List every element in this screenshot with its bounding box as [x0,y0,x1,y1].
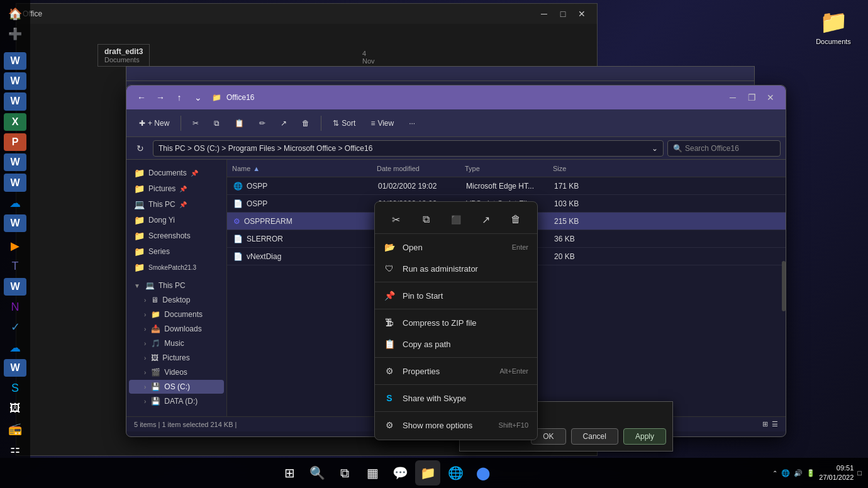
ctx-skype-item[interactable]: S Share with Skype [375,387,537,409]
ctx-cut-btn[interactable]: ✂ [386,209,406,230]
sidebar-icon-apps[interactable]: ⚏ [4,440,26,458]
desktop-icon-documents[interactable]: 📁 Documents [811,6,855,48]
ctx-copy-btn[interactable]: ⧉ [416,209,436,230]
ctx-copypath-item[interactable]: 📋 Copy as path [375,333,537,355]
file-row-ospp1[interactable]: 🌐 OSPP 01/02/2002 19:02 Microsoft Edge H… [227,177,786,195]
taskbar-explorer-btn[interactable]: 📁 [415,460,440,485]
taskbar-start-btn[interactable]: ⊞ [277,460,302,485]
nav-item-dongyi[interactable]: 📁 Dong Yi [129,213,224,228]
nav-item-os-c[interactable]: › 💾 OS (C:) [129,380,224,394]
toolbar-paste-btn[interactable]: 📋 [228,115,250,131]
nav-recent-btn[interactable]: ⌄ [189,89,207,106]
nav-item-documents2[interactable]: › 📁 Documents [129,308,224,321]
notification-btn[interactable]: □ [857,469,862,477]
toolbar-view-btn[interactable]: ≡ View [364,115,400,131]
nav-item-downloads[interactable]: › 📥 Downloads [129,322,224,336]
nav-item-videos[interactable]: › 🎬 Videos [129,365,224,379]
sidebar-icon-add[interactable]: ➕ [4,25,26,43]
ctx-pinstart-item[interactable]: 📌 Pin to Start [375,285,537,306]
explorer-close-btn[interactable]: ✕ [762,89,779,106]
expand-icon: › [144,369,146,376]
toolbar-share-btn[interactable]: ↗ [274,115,293,131]
sidebar-icon-word6[interactable]: W [4,214,26,232]
detail-view-btn[interactable]: ☰ [772,420,778,428]
sidebar-icon-skype[interactable]: S [4,379,26,397]
ctx-moreoptions-item[interactable]: ⚙ Show more options Shift+F10 [375,414,537,436]
ctx-open-item[interactable]: 📂 Open Enter [375,236,537,258]
list-view-btn[interactable]: ⊞ [762,420,768,428]
toolbar-new-btn[interactable]: ✚ + New [133,115,175,131]
sidebar-icon-word4[interactable]: W [4,153,26,171]
toolbar-more-btn[interactable]: ··· [403,115,421,131]
nav-item-series[interactable]: 📁 Series [129,244,224,259]
sidebar-icon-word7[interactable]: W [4,278,26,296]
nav-item-thispc-top[interactable]: 💻 This PC 📌 [129,197,224,212]
sidebar-icon-ppt[interactable]: P [4,133,26,151]
nav-item-screenshots[interactable]: 📁 Screenshots [129,228,224,243]
toolbar-delete-btn[interactable]: 🗑 [296,115,316,131]
system-tray-chevron[interactable]: ⌃ [772,470,777,477]
battery-icon: 🔋 [806,469,815,477]
sidebar-icon-teams[interactable]: T [4,257,26,275]
sidebar-icon-word5[interactable]: W [4,174,26,191]
sidebar-icon-onedrive[interactable]: ☁ [4,194,26,212]
nav-item-desktop[interactable]: › 🖥 Desktop [129,293,224,307]
ctx-properties-item[interactable]: ⚙ Properties Alt+Enter [375,360,537,382]
taskbar-chat-btn[interactable]: 💬 [387,460,413,485]
taskbar-chrome-btn[interactable]: ⬤ [470,460,496,485]
address-bar[interactable]: This PC > OS (C:) > Program Files > Micr… [153,140,664,157]
explorer-restore-btn[interactable]: ❐ [743,89,760,106]
toolbar-rename-btn[interactable]: ✏ [253,115,272,131]
taskbar-search-btn[interactable]: 🔍 [304,460,330,485]
ctx-delete-btn[interactable]: 🗑 [506,209,526,230]
sidebar-icon-home[interactable]: 🏠 [4,5,26,23]
taskbar-widgets-btn[interactable]: ▦ [360,460,385,485]
nav-item-pictures2[interactable]: › 🖼 Pictures [129,351,224,365]
search-bar[interactable]: 🔍 Search Office16 [667,140,781,157]
toolbar-cut-btn[interactable]: ✂ [186,115,205,131]
office-maximize-btn[interactable]: □ [554,5,572,23]
explorer-minimize-btn[interactable]: ─ [724,89,742,106]
nav-forward-btn[interactable]: → [152,89,169,106]
toolbar-sort-btn[interactable]: ⇅ ⇅ Sort Sort [326,115,362,131]
nav-item-thispc-expand[interactable]: ▼ 💻 This PC [129,279,224,292]
nav-item-data-d[interactable]: › 💾 DATA (D:) [129,394,224,408]
dialog-apply-btn[interactable]: Apply [623,428,666,445]
nav-back-btn[interactable]: ← [133,89,150,106]
sidebar-icon-excel[interactable]: X [4,113,26,131]
toolbar-copy-btn[interactable]: ⧉ [208,115,226,131]
sidebar-icon-onedrive2[interactable]: ☁ [4,339,26,357]
sidebar-icon-word8[interactable]: W [4,359,26,377]
address-bar-row: ↻ This PC > OS (C:) > Program Files > Mi… [126,137,786,160]
dialog-cancel-btn[interactable]: Cancel [571,428,618,445]
ctx-compress-item[interactable]: 🗜 Compress to ZIP file [375,312,537,333]
sidebar-icon-onenote[interactable]: N [4,298,26,316]
videos-icon: 🎬 [151,368,160,377]
taskbar-clock[interactable]: 09:51 27/01/2022 [819,463,854,483]
sidebar-icon-word1[interactable]: W [4,52,26,70]
taskbar-taskview-btn[interactable]: ⧉ [332,460,357,485]
sidebar-icon-vlc[interactable]: ▶ [4,237,26,255]
addr-refresh-btn[interactable]: ↻ [131,140,149,157]
sidebar-icon-img[interactable]: 🖼 [4,399,26,417]
nav-item-music[interactable]: › 🎵 Music [129,336,224,350]
ctx-paste-btn[interactable]: ⬛ [446,209,466,230]
sidebar-icon-radio[interactable]: 📻 [4,420,26,438]
nav-up-btn[interactable]: ↑ [170,89,188,106]
sidebar-icon-word3[interactable]: W [4,92,26,110]
col-date-header[interactable]: Date modified [372,160,460,177]
office-close-btn[interactable]: ✕ [573,5,591,23]
col-size-header[interactable]: Size [548,160,598,177]
nav-item-pictures[interactable]: 📁 Pictures 📌 [129,181,224,196]
file-name-ospp1: 🌐 OSPP [230,182,374,191]
taskbar-edge-btn[interactable]: 🌐 [443,460,468,485]
ctx-share-btn[interactable]: ↗ [476,209,496,230]
col-name-header[interactable]: Name ▲ [227,160,372,177]
col-type-header[interactable]: Type [460,160,548,177]
sidebar-icon-todo[interactable]: ✓ [4,318,26,336]
nav-item-smokepatch[interactable]: 📁 SmokePatch21.3 [129,260,224,275]
office-minimize-btn[interactable]: ─ [535,5,553,23]
nav-item-documents[interactable]: 📁 Documents 📌 [129,165,224,180]
ctx-runas-item[interactable]: 🛡 Run as administrator [375,258,537,279]
sidebar-icon-word2[interactable]: W [4,72,26,90]
